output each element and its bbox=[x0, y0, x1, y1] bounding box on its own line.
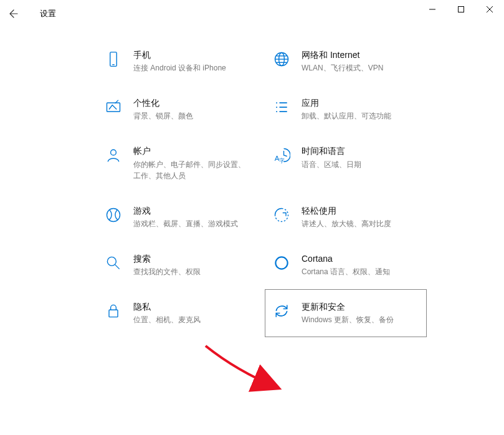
tile-desc: 游戏栏、截屏、直播、游戏模式 bbox=[133, 218, 252, 229]
tile-desc: 你的帐户、电子邮件、同步设置、工作、其他人员 bbox=[133, 159, 252, 181]
tile-title: 搜索 bbox=[133, 253, 252, 264]
tile-title: 网络和 Internet bbox=[302, 49, 420, 60]
svg-point-15 bbox=[111, 150, 116, 156]
tile-update-security[interactable]: 更新和安全 Windows 更新、恢复、备份 bbox=[265, 289, 427, 337]
window-controls bbox=[418, 0, 504, 19]
tile-title: 更新和安全 bbox=[302, 301, 420, 312]
tile-gaming[interactable]: 游戏 游戏栏、截屏、直播、游戏模式 bbox=[97, 193, 259, 241]
svg-point-19 bbox=[107, 257, 116, 265]
titlebar: 设置 bbox=[0, 0, 504, 27]
svg-text:字: 字 bbox=[279, 158, 285, 165]
tile-search[interactable]: 搜索 查找我的文件、权限 bbox=[97, 241, 259, 289]
xbox-icon bbox=[103, 205, 123, 225]
tile-cortana[interactable]: Cortana Cortana 语言、权限、通知 bbox=[265, 241, 427, 289]
svg-line-20 bbox=[115, 264, 120, 269]
svg-rect-22 bbox=[109, 310, 118, 317]
svg-rect-1 bbox=[110, 52, 117, 67]
tile-desc: 卸载、默认应用、可选功能 bbox=[302, 110, 420, 122]
tile-desc: 连接 Android 设备和 iPhone bbox=[133, 62, 252, 74]
tile-title: 时间和语言 bbox=[302, 145, 420, 156]
tile-title: Cortana bbox=[302, 253, 420, 264]
tile-ease-of-access[interactable]: 轻松使用 讲述人、放大镜、高对比度 bbox=[265, 193, 427, 241]
settings-grid: 手机 连接 Android 设备和 iPhone 网络和 Internet WL… bbox=[97, 37, 492, 337]
update-icon bbox=[272, 301, 292, 321]
maximize-button[interactable] bbox=[447, 0, 475, 19]
tile-personalization[interactable]: 个性化 背景、锁屏、颜色 bbox=[97, 85, 259, 133]
person-icon bbox=[103, 145, 123, 165]
tile-privacy[interactable]: 隐私 位置、相机、麦克风 bbox=[97, 289, 259, 337]
tile-network[interactable]: 网络和 Internet WLAN、飞行模式、VPN bbox=[265, 37, 427, 85]
search-icon bbox=[103, 253, 123, 273]
tile-title: 隐私 bbox=[133, 301, 252, 312]
svg-point-21 bbox=[275, 257, 287, 269]
tile-title: 游戏 bbox=[133, 205, 252, 216]
apps-list-icon bbox=[272, 97, 292, 117]
tile-desc: 位置、相机、麦克风 bbox=[133, 314, 252, 325]
tile-phone[interactable]: 手机 连接 Android 设备和 iPhone bbox=[97, 37, 259, 85]
tile-apps[interactable]: 应用 卸载、默认应用、可选功能 bbox=[265, 85, 427, 133]
globe-icon bbox=[272, 49, 292, 69]
paintbrush-icon bbox=[103, 97, 123, 117]
tile-desc: 语音、区域、日期 bbox=[302, 159, 420, 170]
cortana-icon bbox=[272, 253, 292, 273]
ease-of-access-icon bbox=[272, 205, 292, 225]
tile-title: 帐户 bbox=[133, 145, 252, 156]
tile-desc: 查找我的文件、权限 bbox=[133, 266, 252, 277]
tile-desc: Cortana 语言、权限、通知 bbox=[302, 266, 420, 277]
tile-title: 轻松使用 bbox=[302, 205, 420, 216]
tile-desc: Windows 更新、恢复、备份 bbox=[302, 314, 420, 325]
tile-desc: 背景、锁屏、颜色 bbox=[133, 110, 252, 122]
tile-desc: WLAN、飞行模式、VPN bbox=[302, 62, 420, 74]
svg-rect-0 bbox=[459, 7, 464, 12]
close-button[interactable] bbox=[475, 0, 504, 19]
tile-title: 手机 bbox=[133, 49, 252, 60]
minimize-icon bbox=[429, 6, 435, 12]
maximize-icon bbox=[458, 6, 464, 12]
tile-title: 个性化 bbox=[133, 97, 252, 108]
time-language-icon: A字 bbox=[272, 145, 292, 165]
minimize-button[interactable] bbox=[418, 0, 447, 19]
close-icon bbox=[487, 6, 493, 12]
svg-rect-8 bbox=[107, 103, 120, 112]
tile-accounts[interactable]: 帐户 你的帐户、电子邮件、同步设置、工作、其他人员 bbox=[97, 133, 259, 193]
tile-desc: 讲述人、放大镜、高对比度 bbox=[302, 218, 420, 229]
lock-icon bbox=[103, 301, 123, 321]
back-button[interactable] bbox=[0, 0, 27, 27]
window-title: 设置 bbox=[40, 8, 56, 19]
phone-icon bbox=[103, 49, 123, 69]
tile-time-language[interactable]: A字 时间和语言 语音、区域、日期 bbox=[265, 133, 427, 193]
tile-title: 应用 bbox=[302, 97, 420, 108]
back-arrow-icon bbox=[9, 9, 19, 19]
